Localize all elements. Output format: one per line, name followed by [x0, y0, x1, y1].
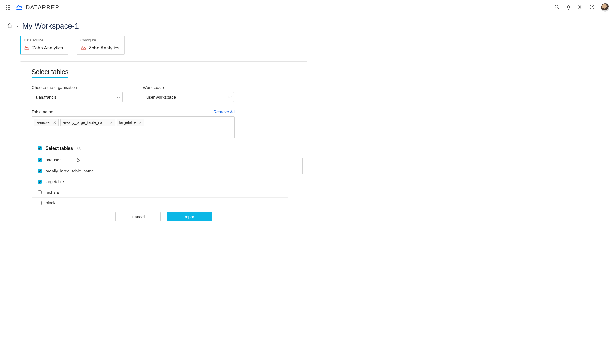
- scrollbar[interactable]: [302, 158, 303, 174]
- home-icon[interactable]: [7, 23, 13, 30]
- selected-tags-box[interactable]: aaauser ✕ areally_large_table_nam ✕ larg…: [32, 116, 235, 138]
- organisation-label: Choose the organisation: [32, 85, 123, 90]
- row-checkbox[interactable]: [38, 180, 42, 184]
- tables-list-head: Select tables: [32, 146, 299, 154]
- step-label: Data source: [24, 38, 65, 42]
- panel-title: Select tables: [32, 68, 68, 78]
- tables-list-title: Select tables: [46, 146, 73, 151]
- zoho-analytics-icon: [24, 44, 30, 51]
- topbar: DATAPREP: [0, 0, 615, 15]
- svg-point-0: [555, 5, 558, 8]
- topbar-right: [554, 3, 609, 12]
- svg-line-6: [79, 149, 81, 150]
- row-checkbox[interactable]: [38, 158, 42, 162]
- breadcrumb: ▸ My Workspace-1: [0, 15, 615, 30]
- app-name: DATAPREP: [26, 4, 60, 11]
- tag-label: largetable: [119, 120, 137, 125]
- pointer-cursor-icon: [76, 157, 80, 163]
- tablename-header: Table name Remove All: [32, 109, 235, 114]
- avatar[interactable]: [601, 3, 609, 12]
- app-logo[interactable]: DATAPREP: [16, 3, 60, 11]
- tag-aaauser: aaauser ✕: [34, 119, 59, 126]
- tablename-label: Table name: [32, 109, 53, 114]
- close-icon[interactable]: ✕: [139, 120, 142, 125]
- organisation-field: Choose the organisation alan.francis: [32, 85, 123, 102]
- bell-icon[interactable]: [566, 4, 571, 11]
- logo-mark-icon: [16, 3, 23, 11]
- tables-list: Select tables aaauser areally_large_tabl…: [32, 146, 299, 208]
- row-checkbox[interactable]: [38, 201, 42, 205]
- help-icon[interactable]: [589, 4, 595, 11]
- remove-all-link[interactable]: Remove All: [213, 109, 235, 114]
- import-button[interactable]: Import: [167, 212, 212, 221]
- row-checkbox[interactable]: [38, 190, 42, 194]
- tag-label: areally_large_table_nam: [63, 120, 106, 125]
- select-all-checkbox[interactable]: [38, 146, 42, 150]
- chevron-right-icon: ▸: [17, 24, 18, 28]
- row-name: black: [46, 200, 55, 205]
- table-row[interactable]: aaauser: [32, 154, 288, 166]
- cancel-button[interactable]: Cancel: [115, 212, 161, 221]
- form-row-top: Choose the organisation alan.francis Wor…: [32, 85, 296, 102]
- table-row[interactable]: largetable: [32, 176, 288, 187]
- row-name: aaauser: [46, 157, 61, 162]
- row-name: largetable: [46, 179, 64, 184]
- topbar-left: DATAPREP: [6, 3, 60, 11]
- tag-areally: areally_large_table_nam ✕: [60, 119, 115, 126]
- organisation-select[interactable]: alan.francis: [32, 92, 123, 102]
- tag-label: aaauser: [37, 120, 51, 125]
- workspace-select[interactable]: user workspace: [143, 92, 234, 102]
- apps-icon[interactable]: [6, 5, 11, 10]
- gear-icon[interactable]: [578, 4, 583, 11]
- step-name: Zoho Analytics: [32, 45, 63, 51]
- row-checkbox[interactable]: [38, 169, 42, 173]
- step-label: Configure: [80, 38, 121, 42]
- select-tables-panel: Select tables Choose the organisation al…: [20, 61, 308, 226]
- svg-point-2: [580, 6, 581, 8]
- row-name: fuchsia: [46, 190, 59, 195]
- svg-point-4: [592, 8, 592, 8]
- workspace-title[interactable]: My Workspace-1: [22, 22, 79, 30]
- table-row[interactable]: black: [32, 198, 288, 208]
- step-configure[interactable]: Configure Zoho Analytics: [77, 36, 125, 55]
- step-connector: [68, 45, 77, 45]
- search-icon[interactable]: [77, 146, 81, 151]
- row-name: areally_large_table_name: [46, 169, 94, 173]
- step-name: Zoho Analytics: [89, 45, 120, 51]
- action-buttons: Cancel Import: [32, 212, 296, 221]
- zoho-analytics-icon: [80, 44, 86, 51]
- search-icon[interactable]: [554, 4, 560, 11]
- close-icon[interactable]: ✕: [110, 120, 113, 125]
- tag-largetable: largetable ✕: [117, 119, 145, 126]
- svg-line-1: [558, 8, 559, 9]
- step-data-source[interactable]: Data source Zoho Analytics: [20, 36, 68, 55]
- table-row[interactable]: fuchsia: [32, 187, 288, 198]
- step-connector-future: [136, 45, 148, 45]
- workspace-label: Workspace: [143, 85, 234, 90]
- workspace-field: Workspace user workspace: [143, 85, 234, 102]
- close-icon[interactable]: ✕: [53, 120, 56, 125]
- svg-point-5: [77, 147, 80, 149]
- steps-row: Data source Zoho Analytics Configure Zoh…: [0, 30, 615, 61]
- table-row[interactable]: areally_large_table_name: [32, 166, 288, 176]
